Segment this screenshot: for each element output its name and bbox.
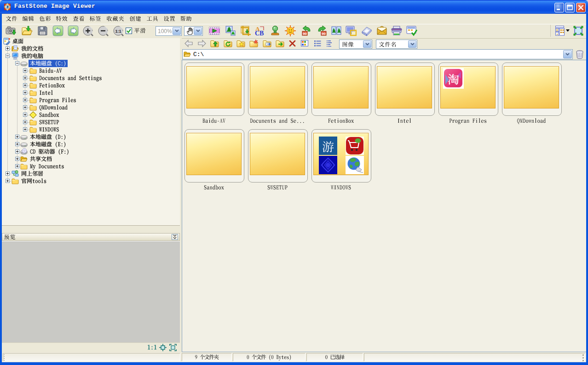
svg-text:1:1: 1:1 — [115, 29, 121, 34]
svg-text:C: C — [255, 30, 259, 36]
svg-text:B: B — [259, 30, 264, 36]
svg-text:90: 90 — [303, 32, 307, 36]
svg-text:90: 90 — [322, 32, 326, 36]
